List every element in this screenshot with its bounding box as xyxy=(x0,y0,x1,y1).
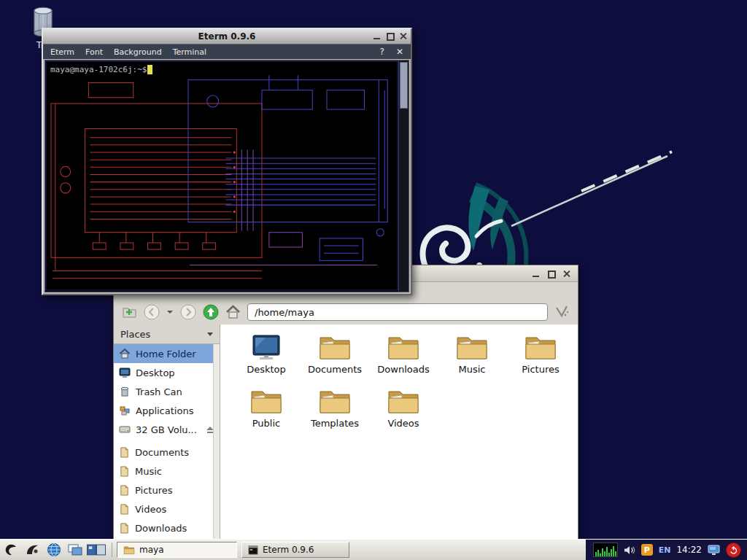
new-tab-button[interactable] xyxy=(123,306,137,319)
eterm-titlebar[interactable]: Eterm 0.9.6 xyxy=(43,29,411,44)
trash-icon xyxy=(119,386,131,397)
globe-icon xyxy=(47,542,61,557)
maximize-button[interactable] xyxy=(546,269,556,279)
file-icon-music[interactable]: Music xyxy=(438,330,506,384)
minimize-button[interactable] xyxy=(531,269,541,279)
file-icon-desktop[interactable]: Desktop xyxy=(232,330,301,384)
eterm-title: Eterm 0.9.6 xyxy=(198,31,256,42)
sidebar-scrollbar[interactable] xyxy=(213,344,220,539)
eterm-menubar: Eterm Font Background Terminal ? ✕ xyxy=(43,44,411,59)
file-manager-window: Places Home Folder xyxy=(113,265,578,540)
file-icon-public[interactable]: Public xyxy=(232,384,301,438)
file-icon-documents[interactable]: Documents xyxy=(301,330,369,384)
folder-icon xyxy=(249,388,283,416)
display-tray-icon[interactable] xyxy=(708,545,720,556)
chevron-down-icon xyxy=(207,332,213,336)
terminal-scrollbar[interactable] xyxy=(398,61,409,292)
document-icon xyxy=(119,504,130,515)
file-manager-launcher[interactable] xyxy=(23,541,42,559)
path-bar xyxy=(247,303,548,321)
terminal-prompt: maya@maya-1702c6j:~$ xyxy=(50,65,152,74)
jump-to-icon xyxy=(554,305,569,319)
folder-icon xyxy=(387,334,420,362)
menu-eterm[interactable]: Eterm xyxy=(50,47,74,57)
sidebar-item-videos[interactable]: Videos xyxy=(114,499,220,518)
menubar-close-button[interactable]: ✕ xyxy=(396,47,403,57)
scrollbar-thumb[interactable] xyxy=(400,62,408,109)
new-tab-icon xyxy=(123,306,137,319)
document-icon xyxy=(119,523,130,534)
home-icon xyxy=(225,305,241,319)
folder-icon xyxy=(387,388,420,416)
chevron-down-icon xyxy=(166,309,174,315)
maximize-button[interactable] xyxy=(385,31,395,41)
terminal-icon xyxy=(248,545,258,555)
taskbar-separator xyxy=(112,542,112,557)
help-button[interactable]: ? xyxy=(380,47,384,57)
file-icon-pictures[interactable]: Pictures xyxy=(506,330,575,384)
jump-to-button[interactable] xyxy=(554,305,569,319)
folder-icon xyxy=(123,545,135,555)
desktop-pager[interactable] xyxy=(87,541,106,559)
back-button[interactable] xyxy=(144,304,160,320)
sidebar-item-desktop[interactable]: Desktop xyxy=(114,363,220,382)
file-icon-videos[interactable]: Videos xyxy=(369,384,438,438)
close-button[interactable] xyxy=(562,269,571,279)
web-browser-launcher[interactable] xyxy=(44,541,63,559)
close-button[interactable] xyxy=(398,31,408,41)
pager-icon xyxy=(87,544,106,556)
places-list: Home Folder Desktop xyxy=(114,344,220,539)
desktop-icon xyxy=(119,367,131,378)
desktop-folder-icon xyxy=(249,334,283,362)
start-menu-button[interactable] xyxy=(2,541,21,559)
forward-icon xyxy=(180,304,196,320)
sidebar-item-volume[interactable]: 32 GB Volu... xyxy=(114,420,220,439)
places-label: Places xyxy=(120,329,150,340)
menu-logo-icon xyxy=(4,542,19,557)
file-manager-toolbar xyxy=(114,300,578,324)
document-icon xyxy=(119,485,130,496)
file-icon-templates[interactable]: Templates xyxy=(301,384,369,438)
up-icon xyxy=(203,304,219,320)
file-manager-launcher-icon xyxy=(26,543,40,556)
sidebar: Places Home Folder xyxy=(114,324,220,539)
home-button[interactable] xyxy=(225,305,241,319)
iconify-windows-button[interactable] xyxy=(66,541,85,559)
power-button[interactable] xyxy=(726,542,741,558)
up-button[interactable] xyxy=(203,304,219,320)
sidebar-item-trash-can[interactable]: Trash Can xyxy=(114,382,220,401)
back-icon xyxy=(144,304,160,320)
path-input[interactable] xyxy=(247,303,548,321)
folder-icon xyxy=(318,388,352,416)
menu-font[interactable]: Font xyxy=(85,47,103,57)
forward-button[interactable] xyxy=(180,304,196,320)
history-dropdown-button[interactable] xyxy=(166,309,174,315)
terminal-area[interactable]: maya@maya-1702c6j:~$ xyxy=(44,60,409,292)
folder-icon xyxy=(318,334,352,362)
volume-icon[interactable] xyxy=(624,545,635,555)
sidebar-item-music[interactable]: Music xyxy=(114,462,220,481)
desktop: Tra xyxy=(0,0,747,560)
sidebar-item-pictures[interactable]: Pictures xyxy=(114,481,220,499)
sidebar-item-home-folder[interactable]: Home Folder xyxy=(114,344,220,363)
file-icon-downloads[interactable]: Downloads xyxy=(369,330,438,384)
places-selector[interactable]: Places xyxy=(114,324,220,344)
sidebar-item-applications[interactable]: Applications xyxy=(114,401,220,420)
taskbar-task-eterm[interactable]: Eterm 0.9.6 xyxy=(241,542,349,558)
taskbar-task-maya[interactable]: maya xyxy=(117,542,237,558)
minimize-button[interactable] xyxy=(372,31,382,41)
drive-icon xyxy=(119,424,131,435)
menu-terminal[interactable]: Terminal xyxy=(173,47,207,57)
applications-icon xyxy=(119,405,131,416)
menu-background[interactable]: Background xyxy=(114,47,162,57)
clock[interactable]: 14:22 xyxy=(676,545,702,555)
icon-view: Desktop Documents xyxy=(220,324,578,539)
windows-icon xyxy=(67,543,83,556)
circuit-schematic-background xyxy=(45,61,399,292)
keyboard-layout-indicator[interactable]: EN xyxy=(659,545,671,555)
tray-icon-p[interactable]: P xyxy=(641,544,653,556)
cpu-monitor[interactable] xyxy=(593,542,618,557)
sidebar-item-downloads[interactable]: Downloads xyxy=(114,518,220,537)
sidebar-item-documents[interactable]: Documents xyxy=(114,443,220,462)
taskbar: maya Eterm 0.9.6 xyxy=(0,539,747,560)
